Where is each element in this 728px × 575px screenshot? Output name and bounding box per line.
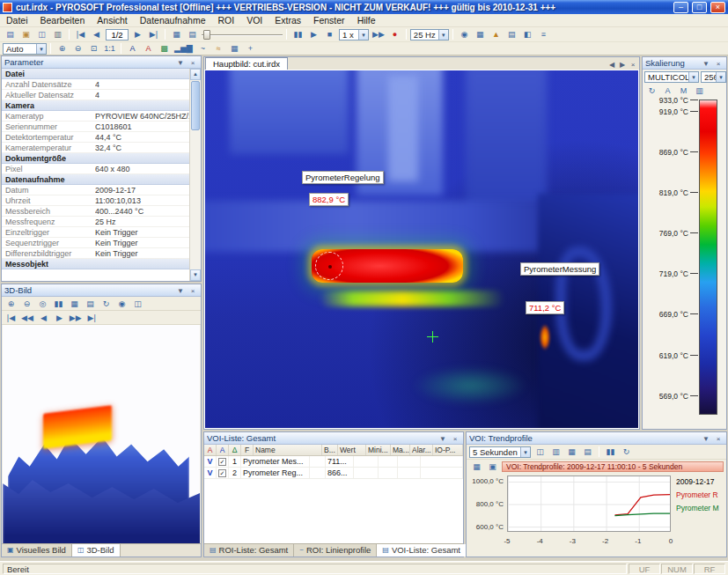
prev-frame-icon[interactable]: ◀ (36, 312, 51, 324)
legend-entry[interactable]: 2009-12-17 (676, 477, 724, 486)
fast-forward-icon[interactable]: ▶▶ (68, 312, 84, 324)
pin-icon[interactable]: ▼ (438, 433, 448, 444)
menu-item[interactable]: Datei (0, 14, 34, 27)
settings-icon[interactable]: ≡ (536, 28, 551, 41)
tab-scroll-right-icon[interactable]: ▶ (617, 59, 628, 70)
frequency-combo[interactable]: 25 Hz ▾ (410, 29, 449, 41)
trend-pause-icon[interactable]: ▮▮ (603, 446, 618, 458)
zoom-reset-icon[interactable]: ◎ (35, 298, 50, 310)
trend-refresh-icon[interactable]: ↻ (619, 446, 634, 458)
refresh-scale-icon[interactable]: ↻ (644, 85, 659, 97)
zoom-fit-icon[interactable]: ⊡ (86, 42, 101, 55)
menu-item[interactable]: VOI (240, 14, 268, 27)
histogram-icon[interactable]: ▂▅▇ (173, 42, 195, 55)
histogram-scale-icon[interactable]: ▥ (692, 85, 707, 97)
menu-item[interactable]: Ansicht (91, 14, 133, 27)
parameter-row[interactable]: Messobjekt (2, 259, 189, 269)
isotherm-icon[interactable]: ≈ (211, 42, 226, 55)
parameter-row[interactable]: Anzahl Datensätze 4 (2, 79, 189, 90)
close-icon[interactable]: × (713, 433, 724, 444)
stop-icon[interactable]: ■ (322, 28, 337, 41)
menu-item[interactable]: ROI (211, 14, 240, 27)
column-header[interactable]: Mini... (366, 445, 391, 455)
menu-item[interactable]: Extras (268, 14, 307, 27)
thermal-image[interactable]: PyrometerRegelung 882,9 °C PyrometerMess… (205, 70, 638, 428)
scroll-down-icon[interactable]: ▼ (190, 269, 201, 281)
column-icon[interactable]: F (241, 445, 254, 455)
fast-forward-icon[interactable]: ▶▶ (371, 28, 386, 41)
zoom-in-icon[interactable]: ⊕ (55, 42, 70, 55)
tab-scroll-left-icon[interactable]: ◀ (607, 59, 617, 70)
zoom-out-icon[interactable]: ⊖ (19, 298, 34, 310)
zoom-in-icon[interactable]: ⊕ (4, 298, 18, 310)
parameter-row[interactable]: Kameratyp PYROVIEW 640NC/25HZ/17.X13... (2, 111, 189, 122)
report-icon[interactable]: ▤ (504, 28, 519, 41)
close-icon[interactable]: × (188, 285, 198, 296)
menu-item[interactable]: Bearbeiten (34, 14, 92, 27)
line-profile-icon[interactable]: ~ (195, 42, 210, 55)
list-tab[interactable]: ▤ ROI-Liste: Gesamt (204, 544, 294, 557)
first-frame-icon[interactable]: |◀ (4, 312, 18, 324)
parameter-row[interactable]: Seriennummer C1018601 (2, 122, 189, 132)
menu-item[interactable]: Hilfe (351, 14, 382, 27)
alarm-icon[interactable]: ▲ (489, 28, 504, 41)
plot-area[interactable] (507, 475, 671, 532)
parameter-row[interactable]: Differenzbildtrigger Kein Trigger (2, 248, 189, 259)
chevron-down-icon[interactable]: ▾ (520, 447, 530, 457)
trend-settings-icon[interactable]: ▦ (564, 446, 579, 458)
parameter-row[interactable]: Einzeltrigger Kein Trigger (2, 227, 189, 238)
manual-scale-icon[interactable]: M (676, 85, 691, 97)
slider-thumb[interactable] (203, 30, 210, 40)
parameter-row[interactable]: Datum 2009-12-17 (2, 185, 189, 195)
close-button[interactable]: × (710, 2, 725, 13)
layout-icon[interactable]: ◧ (520, 28, 535, 41)
tab-hauptbild[interactable]: Hauptbild: cut.irdx (205, 57, 288, 70)
scrollbar[interactable]: ▲ ▼ (189, 69, 201, 281)
crosshair-icon[interactable]: + (243, 42, 258, 55)
3d-view[interactable] (3, 325, 200, 544)
roi-label-messung[interactable]: PyrometerMessung (520, 262, 599, 276)
list-tab[interactable]: ▤ VOI-Liste: Gesamt (377, 544, 467, 557)
parameter-row[interactable]: Aktueller Datensatz 4 (2, 90, 189, 100)
parameter-row[interactable]: Datei (2, 69, 189, 79)
chevron-down-icon[interactable]: ▾ (438, 30, 448, 40)
menu-item[interactable]: Fenster (307, 14, 351, 27)
column-header[interactable]: B... (322, 445, 338, 455)
parameter-row[interactable]: Kamera (2, 100, 189, 111)
checkbox-icon[interactable]: ✓ (218, 458, 226, 466)
surface-icon[interactable]: ▤ (83, 298, 98, 310)
checkbox-icon[interactable]: ✓ (218, 469, 226, 477)
chevron-down-icon[interactable]: ▾ (36, 44, 46, 54)
close-tab-icon[interactable]: × (628, 59, 638, 70)
rewind-icon[interactable]: ◀◀ (19, 312, 35, 324)
pin-icon[interactable]: ▼ (701, 58, 711, 69)
zoom-100-icon[interactable]: 1:1 (102, 42, 117, 55)
prev-record-icon[interactable]: ◀ (89, 28, 104, 41)
chevron-down-icon[interactable]: ▾ (716, 72, 725, 82)
pin-icon[interactable]: ▼ (175, 285, 186, 296)
last-frame-icon[interactable]: ▶| (85, 312, 99, 324)
scroll-up-icon[interactable]: ▲ (190, 69, 201, 80)
minimize-button[interactable]: – (673, 2, 688, 13)
label-annotation-icon[interactable]: A (141, 42, 156, 55)
chevron-down-icon[interactable]: ▾ (358, 30, 368, 40)
color-scale-bar[interactable] (699, 100, 717, 415)
first-record-icon[interactable]: |◀ (73, 28, 88, 41)
frame-slider[interactable] (202, 29, 283, 41)
parameter-row[interactable]: Messfrequenz 25 Hz (2, 217, 189, 227)
next-record-icon[interactable]: ▶ (130, 28, 145, 41)
parameter-row[interactable]: Detektortemperatur 44,4 °C (2, 132, 189, 143)
view-tab[interactable]: ◫ 3D-Bild (72, 544, 121, 557)
speed-combo[interactable]: 1 x ▾ (339, 29, 369, 41)
palette-icon[interactable]: ▩ (157, 42, 172, 55)
trend-grid-icon[interactable]: ▦ (469, 461, 484, 473)
grid-icon[interactable]: ▦ (227, 42, 242, 55)
record-icon[interactable]: ● (387, 28, 402, 41)
legend-entry[interactable]: Pyrometer M (676, 504, 724, 512)
levels-combo[interactable]: 256 ▾ (701, 71, 726, 83)
Pyrometer Reg...[interactable]: V ✓ 2 Pyrometer Reg... 866... (204, 468, 463, 479)
parameter-row[interactable]: Kameratemperatur 32,4 °C (2, 143, 189, 153)
trend-print-icon[interactable]: ▥ (548, 446, 563, 458)
interval-combo[interactable]: 5 Sekunden ▾ (469, 446, 531, 458)
new-file-icon[interactable]: ▤ (3, 28, 18, 41)
